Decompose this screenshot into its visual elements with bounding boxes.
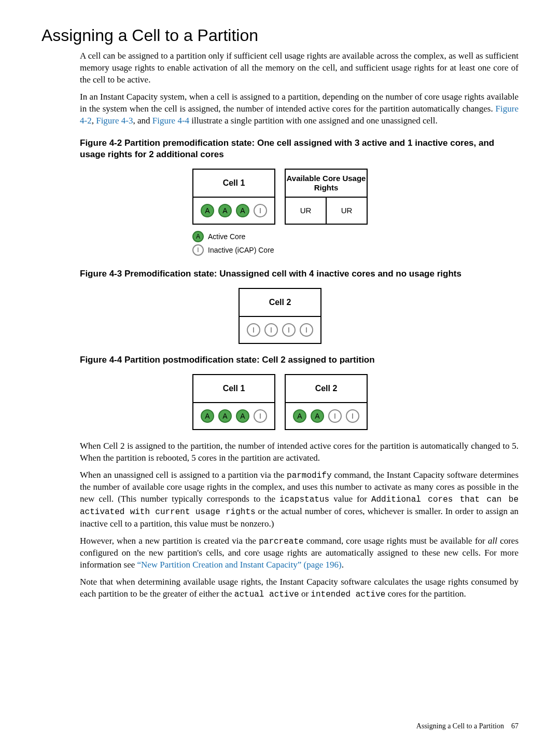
body-paragraph-6: Note that when determining available usa… xyxy=(80,576,519,601)
inactive-core-icon: I xyxy=(346,409,359,423)
active-core-icon: A xyxy=(236,204,249,217)
page-number: 67 xyxy=(511,722,519,730)
usage-right-cell: UR xyxy=(326,198,367,224)
cell-1-header: Cell 1 xyxy=(193,170,274,198)
inactive-core-icon: I xyxy=(328,409,342,423)
p2-text-a: In an Instant Capacity system, when a ce… xyxy=(80,92,519,114)
p2-comma1: , xyxy=(92,116,96,126)
p4a: When an unassigned cell is assigned to a… xyxy=(80,470,287,480)
p4c: value for xyxy=(329,494,371,504)
legend-active-label: Active Core xyxy=(208,232,245,241)
inactive-core-icon: I xyxy=(282,323,296,337)
p5a: However, when a new partition is created… xyxy=(80,536,259,546)
inactive-core-icon: I xyxy=(254,409,267,423)
cmd-parcreate: parcreate xyxy=(259,537,303,546)
usage-rights-header: Available Core Usage Rights xyxy=(286,170,367,198)
figure-legend: A Active Core I Inactive (iCAP) Core xyxy=(192,231,368,256)
inactive-core-icon: I xyxy=(300,323,313,337)
active-core-icon: A xyxy=(192,231,204,242)
link-new-partition-creation[interactable]: “New Partition Creation and Instant Capa… xyxy=(137,560,341,570)
figure-4-4-caption: Figure 4-4 Partition postmodification st… xyxy=(80,354,519,366)
p2-comma2: , and xyxy=(133,116,152,126)
active-core-icon: A xyxy=(311,409,324,423)
body-paragraph-3: When Cell 2 is assigned to the partition… xyxy=(80,440,519,464)
page-title: Assigning a Cell to a Partition xyxy=(41,26,519,45)
cell-2-box: Cell 2 A A I I xyxy=(285,374,368,430)
body-paragraph-4: When an unassigned cell is assigned to a… xyxy=(80,469,519,530)
active-core-icon: A xyxy=(218,204,232,217)
figure-4-2-caption: Figure 4-2 Partition premodification sta… xyxy=(80,137,519,160)
legend-inactive-label: Inactive (iCAP) Core xyxy=(208,246,274,254)
cell-2-box: Cell 2 I I I I xyxy=(239,288,321,344)
active-core-icon: A xyxy=(218,409,232,423)
inactive-core-icon: I xyxy=(264,323,278,337)
inactive-core-icon: I xyxy=(254,204,267,217)
p5d: . xyxy=(342,560,344,570)
figure-4-3-caption: Figure 4-3 Premodification state: Unassi… xyxy=(80,268,519,280)
p2-text-b: illustrate a single partition with one a… xyxy=(189,116,438,126)
cmd-intended-active: intended active xyxy=(311,590,385,599)
p6b: or xyxy=(299,589,311,599)
cell-1-box: Cell 1 A A A I xyxy=(192,374,275,430)
footer-section: Assigning a Cell to a Partition xyxy=(416,722,504,730)
p6c: cores for the partition. xyxy=(385,589,466,599)
intro-paragraph-1: A cell can be assigned to a partition on… xyxy=(80,50,519,86)
cmd-actual-active: actual active xyxy=(234,590,299,599)
intro-paragraph-2: In an Instant Capacity system, when a ce… xyxy=(80,91,519,127)
link-figure-4-4[interactable]: Figure 4-4 xyxy=(152,116,189,126)
link-figure-4-3[interactable]: Figure 4-3 xyxy=(96,116,133,126)
p5-all: all xyxy=(488,536,497,546)
figure-4-2: Cell 1 A A A I Available Core Usage Righ… xyxy=(41,169,519,258)
usage-rights-box: Available Core Usage Rights UR UR xyxy=(285,169,368,225)
page-footer: Assigning a Cell to a Partition 67 xyxy=(416,722,519,730)
active-core-icon: A xyxy=(201,204,214,217)
inactive-core-icon: I xyxy=(192,244,204,256)
cell-1-box: Cell 1 A A A I xyxy=(192,169,275,225)
cmd-icapstatus: icapstatus xyxy=(279,495,329,504)
active-core-icon: A xyxy=(201,409,214,423)
active-core-icon: A xyxy=(236,409,249,423)
body-paragraph-5: However, when a new partition is created… xyxy=(80,535,519,571)
figure-4-4: Cell 1 A A A I Cell 2 A A I I xyxy=(41,374,519,430)
p5b: command, core usage rights must be avail… xyxy=(304,536,488,546)
cmd-parmodify: parmodify xyxy=(287,471,331,480)
cell-1-header: Cell 1 xyxy=(193,375,274,403)
cell-2-header: Cell 2 xyxy=(240,289,320,317)
figure-4-3: Cell 2 I I I I xyxy=(41,288,519,344)
active-core-icon: A xyxy=(293,409,306,423)
usage-right-cell: UR xyxy=(286,198,326,224)
inactive-core-icon: I xyxy=(247,323,260,337)
cell-2-header: Cell 2 xyxy=(286,375,367,403)
